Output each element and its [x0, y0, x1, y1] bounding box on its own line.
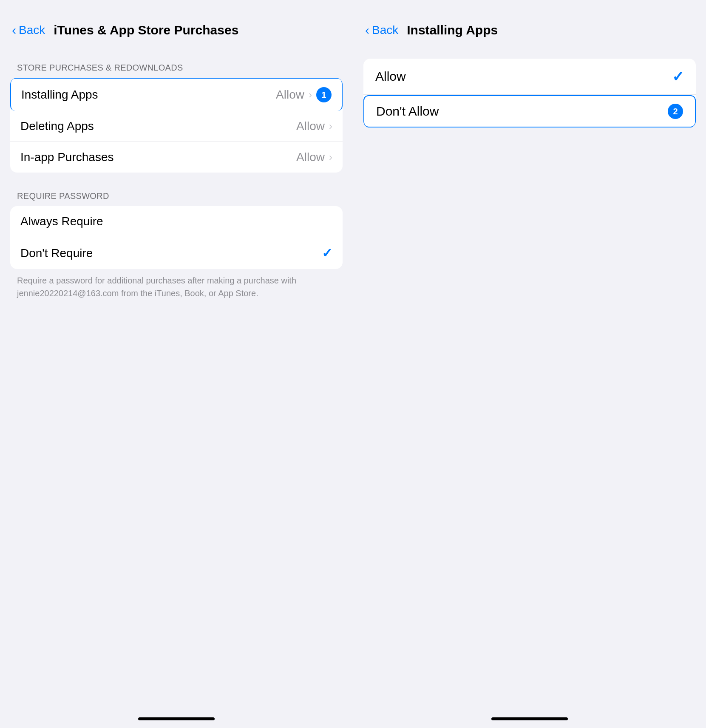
installing-apps-badge: 1	[316, 87, 332, 102]
dont-allow-highlight-box: Don't Allow 2	[363, 95, 696, 127]
right-back-chevron-icon: ‹	[365, 24, 369, 37]
right-back-button[interactable]: ‹ Back	[365, 23, 398, 37]
inapp-purchases-label: In-app Purchases	[20, 150, 296, 164]
left-page-title: iTunes & App Store Purchases	[54, 23, 238, 37]
allow-option-row[interactable]: Allow ✓	[363, 59, 696, 95]
dont-allow-option-row[interactable]: Don't Allow 2	[363, 95, 696, 128]
deleting-apps-row[interactable]: Deleting Apps Allow ›	[10, 111, 343, 142]
right-page-title: Installing Apps	[407, 23, 498, 37]
deleting-apps-value: Allow	[296, 119, 325, 133]
left-back-chevron-icon: ‹	[12, 24, 16, 37]
always-require-label: Always Require	[20, 215, 332, 228]
left-footnote: Require a password for additional purcha…	[0, 269, 353, 300]
left-nav-bar: ‹ Back iTunes & App Store Purchases	[0, 0, 353, 46]
left-password-card: Always Require Don't Require ✓	[10, 206, 343, 269]
right-options-card: Allow ✓ Don't Allow 2	[363, 59, 696, 128]
right-back-label: Back	[372, 23, 398, 37]
installing-apps-row[interactable]: Installing Apps Allow › 1	[10, 78, 343, 111]
left-panel: ‹ Back iTunes & App Store Purchases Stor…	[0, 0, 353, 728]
right-home-indicator	[491, 717, 568, 720]
always-require-row[interactable]: Always Require	[10, 206, 343, 237]
installing-apps-value: Allow	[276, 88, 304, 102]
left-section2-label: Require Password	[0, 191, 353, 201]
inapp-purchases-value: Allow	[296, 150, 325, 164]
dont-require-row[interactable]: Don't Require ✓	[10, 237, 343, 269]
dont-allow-option-label: Don't Allow	[376, 104, 663, 119]
allow-option-label: Allow	[375, 69, 672, 84]
left-store-card: Installing Apps Allow › 1 Deleting Apps …	[10, 78, 343, 173]
deleting-apps-label: Deleting Apps	[20, 119, 296, 133]
left-back-button[interactable]: ‹ Back	[12, 23, 45, 37]
dont-require-label: Don't Require	[20, 246, 322, 260]
left-back-label: Back	[19, 23, 45, 37]
installing-apps-chevron-icon: ›	[309, 89, 312, 101]
dont-allow-badge: 2	[668, 104, 683, 119]
allow-checkmark-icon: ✓	[672, 68, 684, 85]
installing-apps-label: Installing Apps	[21, 88, 276, 102]
right-nav-bar: ‹ Back Installing Apps	[353, 0, 706, 46]
left-section1-label: Store Purchases & Redownloads	[0, 63, 353, 73]
deleting-apps-chevron-icon: ›	[329, 120, 332, 132]
right-panel: ‹ Back Installing Apps Allow ✓ Don't All…	[353, 0, 706, 728]
dont-require-checkmark-icon: ✓	[322, 246, 332, 261]
left-home-indicator	[138, 717, 215, 720]
inapp-purchases-row[interactable]: In-app Purchases Allow ›	[10, 142, 343, 173]
inapp-purchases-chevron-icon: ›	[329, 151, 332, 163]
